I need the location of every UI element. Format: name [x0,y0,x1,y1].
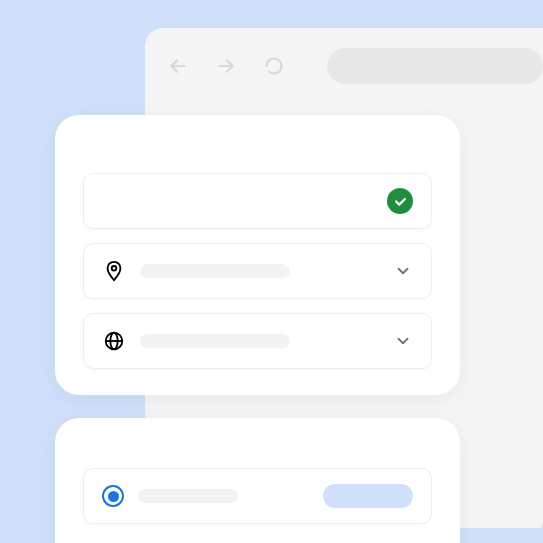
svg-point-2 [112,266,117,271]
settings-card [55,115,460,395]
address-bar[interactable] [327,48,543,84]
back-icon[interactable] [167,55,189,77]
reload-icon[interactable] [263,55,285,77]
options-card [55,418,460,543]
location-dropdown[interactable] [83,243,432,299]
globe-icon [102,329,126,353]
language-placeholder [140,334,290,348]
checkmark-icon [387,188,413,214]
pin-icon [102,259,126,283]
location-placeholder [140,264,290,278]
browser-toolbar [167,48,543,84]
chevron-down-icon [393,331,413,351]
badge-pill [323,484,413,508]
language-dropdown[interactable] [83,313,432,369]
radio-option-row[interactable] [83,468,432,524]
chevron-down-icon [393,261,413,281]
radio-label-placeholder [138,489,238,503]
radio-dot [108,491,119,502]
forward-icon[interactable] [215,55,237,77]
radio-button[interactable] [102,485,124,507]
validated-field[interactable] [83,173,432,229]
